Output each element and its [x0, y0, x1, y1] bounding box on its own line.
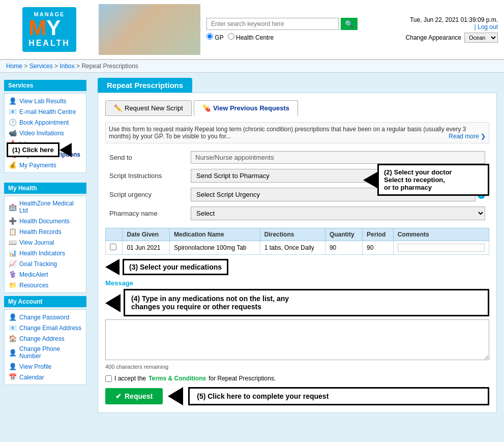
col-directions: Directions — [260, 228, 325, 241]
tab-view-previous-requests[interactable]: 💊 View Previous Requests — [194, 100, 298, 116]
header: MANAGE M Y HEALTH 🔍 GP Health Centre — [0, 0, 504, 60]
appearance-label: Change Appearance — [406, 34, 461, 41]
sidebar-item-change-phone[interactable]: 👤 Change Phone Number — [5, 344, 86, 361]
sidebar-item-health-records[interactable]: 📋 Health Records — [5, 226, 86, 237]
sidebar-label: Video Invitations — [19, 130, 64, 137]
col-quantity: Quantity — [325, 228, 362, 241]
sidebar-item-view-lab-results[interactable]: 👤 View Lab Results — [5, 96, 86, 106]
content-box: ✏️ Request New Script 💊 View Previous Re… — [98, 93, 497, 413]
chars-remaining: 400 characters remaining — [105, 364, 489, 370]
search-input[interactable] — [206, 18, 339, 30]
sidebar-item-email-health-centre[interactable]: 📧 E-mail Health Centre — [5, 106, 86, 117]
main-layout: Services 👤 View Lab Results 📧 E-mail Hea… — [0, 73, 504, 442]
sidebar-label: Health Indicators — [19, 250, 65, 257]
sidebar-label: Change Address — [19, 335, 65, 342]
sidebar-item-health-indicators[interactable]: 📊 Health Indicators — [5, 248, 86, 258]
col-checkbox — [106, 228, 123, 241]
password-icon: 👤 — [9, 313, 17, 321]
address-icon: 🏠 — [9, 335, 17, 342]
page-title: Repeat Prescriptions — [98, 78, 192, 93]
services-section-title: Services — [4, 80, 86, 91]
sidebar-label: Change Email Address — [19, 325, 81, 332]
sidebar-item-view-profile[interactable]: 👤 View Profile — [5, 361, 86, 372]
sidebar-item-resources[interactable]: 📁 Resources — [5, 280, 86, 290]
request-button[interactable]: ✔ Request — [105, 388, 163, 404]
script-urgency-label: Script urgency — [105, 185, 187, 204]
cell-directions: 1 tabs, Once Daily — [260, 241, 325, 255]
lab-icon: 👤 — [9, 97, 17, 105]
read-more-link[interactable]: Read more ❯ — [449, 133, 486, 140]
sidebar-item-healthzone[interactable]: 🏥 HealthZone Medical Ltd — [5, 198, 86, 216]
col-medication: Medication Name — [169, 228, 260, 241]
table-header-row: Date Given Medication Name Directions Qu… — [106, 228, 489, 241]
services-section: 👤 View Lab Results 📧 E-mail Health Centr… — [4, 93, 86, 173]
sidebar-item-medicalert[interactable]: ⚕️ MedicAlert — [5, 269, 86, 280]
tab-request-new-script[interactable]: ✏️ Request New Script — [105, 100, 192, 116]
cell-date: 01 Jun 2021 — [123, 241, 170, 255]
radio-hc-label[interactable]: Health Centre — [228, 33, 274, 41]
radio-gp[interactable] — [206, 33, 213, 40]
terms-text: I accept the — [114, 375, 146, 382]
sidebar-item-goal-tracking[interactable]: 📈 Goal Tracking — [5, 258, 86, 269]
script-instructions-label: Script Instructions — [105, 166, 187, 185]
annotation-select-meds-container: (3) Select your medications — [105, 259, 489, 275]
request-row: ✔ Request (5) Click here to complete you… — [105, 387, 489, 405]
send-to-label: Send to — [105, 149, 187, 166]
annotation-select-doctor-box: (2) Select your doctor Select to recepti… — [377, 164, 489, 196]
terms-link[interactable]: Terms & Conditions — [149, 375, 206, 382]
radio-gp-label[interactable]: GP — [206, 33, 224, 41]
appearance-select[interactable]: Ocean Classic Dark — [464, 33, 498, 43]
goal-icon: 📈 — [9, 260, 17, 268]
healthzone-icon: 🏥 — [9, 203, 17, 211]
table-row: 01 Jun 2021 Spironolactone 100mg Tab 1 t… — [106, 241, 489, 255]
datetime-text: Tue, Jun 22, 2021 01:39:09 p.m. — [396, 16, 498, 23]
cell-quantity: 90 — [325, 241, 362, 255]
breadcrumb: Home > Services > Inbox > Repeat Prescri… — [0, 60, 504, 73]
sidebar-item-change-password[interactable]: 👤 Change Password — [5, 312, 86, 322]
message-section: Message (4) Type in any medications not … — [105, 279, 489, 370]
sidebar-item-change-address[interactable]: 🏠 Change Address — [5, 333, 86, 344]
breadcrumb-current: Repeat Prescriptions — [81, 63, 138, 70]
logout-link[interactable]: | Log out — [475, 23, 498, 31]
arrow-select-doctor — [363, 172, 377, 188]
breadcrumb-services[interactable]: Services — [29, 63, 53, 70]
sidebar-label: Resources — [19, 282, 48, 289]
sidebar-label: Book Appointment — [19, 119, 69, 126]
breadcrumb-inbox[interactable]: Inbox — [60, 63, 74, 70]
logo-y: Y — [46, 17, 61, 39]
sidebar-item-change-email[interactable]: 📧 Change Email Address — [5, 322, 86, 333]
radio-health-centre[interactable] — [228, 33, 234, 40]
banner-image — [99, 4, 200, 55]
sidebar-item-book-appointment[interactable]: 🕐 Book Appointment — [5, 117, 86, 128]
cell-medication: Spironolactone 100mg Tab — [169, 241, 260, 255]
sidebar-label: Change Password — [19, 314, 69, 321]
annotation-click-here-box: (1) Click here — [7, 142, 60, 157]
logo[interactable]: MANAGE M Y HEALTH — [22, 7, 76, 52]
sidebar-item-my-payments[interactable]: 💰 My Payments — [5, 160, 86, 170]
sidebar-item-calendar[interactable]: 📅 Calendar — [5, 372, 86, 382]
sidebar-label: Health Records — [19, 228, 62, 235]
calendar-icon: 📅 — [9, 373, 17, 381]
terms-checkbox[interactable] — [105, 375, 112, 382]
logo-my: M Y — [28, 17, 70, 39]
col-comments: Comments — [393, 228, 489, 241]
sidebar-item-view-journal[interactable]: 📖 View Journal — [5, 237, 86, 248]
sidebar-label: View Lab Results — [19, 98, 67, 105]
sidebar-item-health-documents[interactable]: ➕ Health Documents — [5, 216, 86, 226]
message-textarea[interactable] — [105, 319, 489, 360]
annotation-select-doctor-container: (2) Select your doctor Select to recepti… — [363, 164, 489, 196]
sidebar-label: View Journal — [19, 239, 54, 246]
sidebar-item-video-invitations[interactable]: 📹 Video Invitations — [5, 128, 86, 138]
search-button[interactable]: 🔍 — [341, 18, 358, 30]
arrow-click-here — [60, 143, 72, 157]
appearance-row: Change Appearance Ocean Classic Dark — [396, 33, 498, 43]
pharmacy-select[interactable]: Select — [191, 207, 485, 220]
row-checkbox[interactable] — [110, 244, 116, 250]
annotation-type-meds-box: (4) Type in any medications not on the l… — [124, 289, 489, 316]
email-icon: 📧 — [9, 108, 17, 115]
profile-icon: 👤 — [9, 363, 17, 370]
comments-input[interactable] — [398, 244, 485, 252]
breadcrumb-home[interactable]: Home — [6, 63, 22, 70]
send-to-field — [191, 151, 485, 164]
medications-section: Date Given Medication Name Directions Qu… — [105, 228, 489, 275]
